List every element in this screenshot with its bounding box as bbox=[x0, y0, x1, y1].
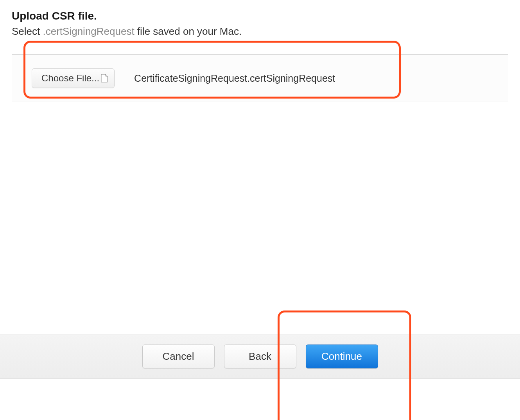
page-subtitle: Select .certSigningRequest file saved on… bbox=[12, 25, 508, 38]
file-icon bbox=[101, 74, 108, 83]
subtitle-prefix: Select bbox=[12, 25, 43, 37]
upload-area: Choose File... CertificateSigningRequest… bbox=[12, 54, 508, 102]
cancel-button[interactable]: Cancel bbox=[142, 345, 215, 368]
page-title: Upload CSR file. bbox=[12, 10, 508, 22]
subtitle-suffix: file saved on your Mac. bbox=[134, 25, 242, 37]
selected-filename: CertificateSigningRequest.certSigningReq… bbox=[134, 73, 335, 84]
subtitle-extension: .certSigningRequest bbox=[43, 25, 134, 37]
upload-header: Upload CSR file. Select .certSigningRequ… bbox=[0, 0, 520, 43]
continue-button[interactable]: Continue bbox=[306, 345, 378, 368]
choose-file-button[interactable]: Choose File... bbox=[32, 68, 115, 88]
back-button[interactable]: Back bbox=[224, 345, 296, 368]
footer-toolbar: Cancel Back Continue bbox=[0, 334, 520, 379]
choose-file-row: Choose File... CertificateSigningRequest… bbox=[32, 68, 488, 88]
choose-file-label: Choose File... bbox=[41, 73, 99, 84]
